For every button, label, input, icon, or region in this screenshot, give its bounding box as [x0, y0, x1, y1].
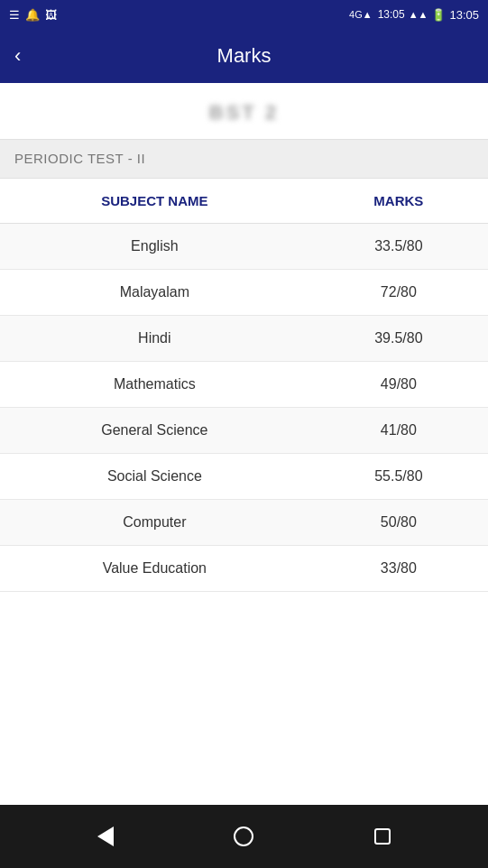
- marks-cell: 55.5/80: [309, 454, 488, 500]
- subject-name-cell: Malayalam: [0, 270, 309, 316]
- nav-back-button[interactable]: [86, 817, 125, 856]
- table-row: General Science41/80: [0, 408, 488, 454]
- table-header-row: SUBJECT NAME MARKS: [0, 179, 488, 224]
- col-subject-name: SUBJECT NAME: [0, 179, 309, 224]
- menu-icon: ☰: [9, 8, 20, 22]
- subject-name-cell: General Science: [0, 408, 309, 454]
- clock: 13:05: [449, 8, 479, 22]
- subject-name-cell: Value Education: [0, 546, 309, 592]
- table-row: Social Science55.5/80: [0, 454, 488, 500]
- table-row: Value Education33/80: [0, 546, 488, 592]
- bell-icon: 🔔: [25, 8, 40, 22]
- period-bar: PERIODIC TEST - II: [0, 139, 488, 179]
- subject-name-cell: Mathematics: [0, 362, 309, 408]
- recents-square-icon: [374, 828, 391, 845]
- marks-cell: 41/80: [309, 408, 488, 454]
- status-bar: ☰ 🔔 🖼 4G▲ 13:05 ▲▲ 🔋 13:05: [0, 0, 488, 29]
- status-bar-right: 4G▲ 13:05 ▲▲ 🔋 13:05: [349, 8, 479, 22]
- status-bar-icons-left: ☰ 🔔 🖼: [9, 8, 57, 22]
- image-icon: 🖼: [45, 8, 57, 22]
- table-row: Hindi39.5/80: [0, 316, 488, 362]
- page-title: Marks: [217, 44, 272, 68]
- main-content: BST 2 PERIODIC TEST - II SUBJECT NAME MA…: [0, 83, 488, 805]
- subject-name-cell: English: [0, 224, 309, 270]
- marks-cell: 49/80: [309, 362, 488, 408]
- table-row: English33.5/80: [0, 224, 488, 270]
- lte-label: 13:05: [378, 8, 405, 21]
- subject-name-cell: Hindi: [0, 316, 309, 362]
- col-marks: MARKS: [309, 179, 488, 224]
- battery-icon: 🔋: [431, 8, 446, 22]
- table-row: Malayalam72/80: [0, 270, 488, 316]
- subject-name-cell: Social Science: [0, 454, 309, 500]
- back-button[interactable]: ‹: [14, 41, 28, 71]
- home-circle-icon: [234, 826, 253, 846]
- marks-cell: 72/80: [309, 270, 488, 316]
- nav-recents-button[interactable]: [363, 817, 402, 856]
- subject-name-cell: Computer: [0, 500, 309, 546]
- table-row: Computer50/80: [0, 500, 488, 546]
- student-name-container: BST 2: [0, 83, 488, 139]
- bottom-nav: [0, 805, 488, 868]
- marks-cell: 50/80: [309, 500, 488, 546]
- student-name: BST 2: [209, 101, 279, 125]
- signal-bars-icon: ▲▲: [409, 9, 428, 20]
- marks-cell: 33/80: [309, 546, 488, 592]
- period-label: PERIODIC TEST - II: [14, 151, 145, 166]
- marks-cell: 33.5/80: [309, 224, 488, 270]
- marks-table: SUBJECT NAME MARKS English33.5/80Malayal…: [0, 179, 488, 592]
- nav-home-button[interactable]: [224, 817, 263, 856]
- back-triangle-icon: [97, 826, 114, 846]
- header: ‹ Marks: [0, 29, 488, 83]
- marks-cell: 39.5/80: [309, 316, 488, 362]
- table-row: Mathematics49/80: [0, 362, 488, 408]
- signal-icon: 4G▲: [349, 9, 373, 20]
